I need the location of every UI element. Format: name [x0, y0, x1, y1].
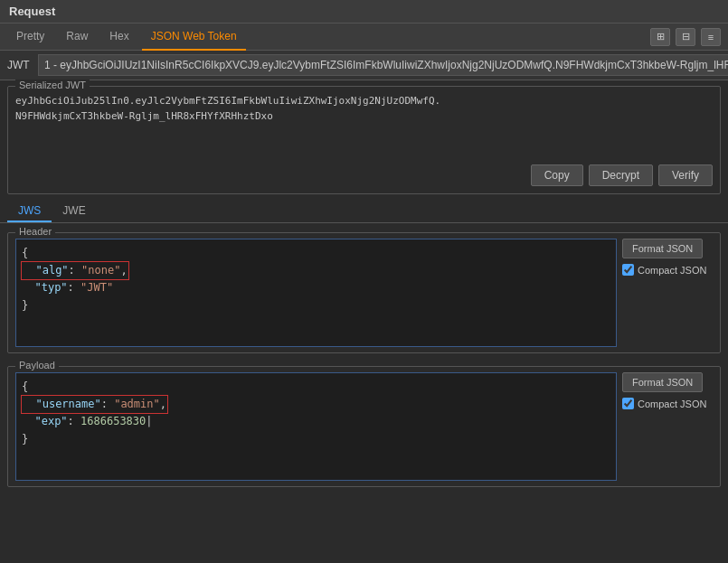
payload-exp-line: "exp": 1686653830: [22, 413, 610, 430]
text-icon-button[interactable]: ⊟: [676, 28, 695, 46]
header-highlighted-line: "alg": "none",: [22, 262, 610, 279]
header-line1: {: [22, 245, 610, 262]
tab-json-web-token[interactable]: JSON Web Token: [142, 23, 246, 51]
payload-json-wrapper: { "username": "admin", "exp": 1686653830…: [8, 367, 720, 486]
decrypt-button[interactable]: Decrypt: [589, 164, 653, 186]
payload-line1: {: [22, 379, 610, 396]
serialized-buttons: Copy Decrypt Verify: [8, 159, 720, 193]
payload-compact-label: Compact JSON: [638, 399, 706, 409]
tab-hex[interactable]: Hex: [100, 23, 137, 51]
title-bar: Request: [0, 0, 728, 23]
payload-compact-checkbox[interactable]: [622, 398, 634, 409]
payload-cursor: [146, 415, 152, 427]
payload-username-row: "username": "admin",: [22, 396, 167, 413]
header-alg-row: "alg": "none",: [22, 262, 128, 279]
payload-highlighted-line: "username": "admin",: [22, 396, 610, 413]
header-section: Header { "alg": "none", "typ": "JWT" } F…: [7, 232, 721, 353]
payload-side-btns: Format JSON Compact JSON: [622, 372, 713, 409]
payload-json-editor[interactable]: { "username": "admin", "exp": 1686653830…: [15, 372, 617, 481]
jwt-label: JWT: [7, 59, 33, 71]
serialized-jwt-section: Serialized JWT eyJhbGciOiJub25lIn0.eyJlc…: [7, 86, 721, 194]
header-close-brace: }: [22, 297, 610, 314]
menu-icon-button[interactable]: ≡: [701, 28, 721, 46]
header-json-wrapper: { "alg": "none", "typ": "JWT" } Format J…: [8, 233, 720, 352]
header-compact-label: Compact JSON: [638, 265, 706, 276]
header-json-editor[interactable]: { "alg": "none", "typ": "JWT" }: [15, 239, 617, 347]
copy-button[interactable]: Copy: [531, 164, 583, 186]
header-compact-row: Compact JSON: [622, 264, 706, 276]
grid-icon-button[interactable]: ⊞: [650, 28, 670, 46]
payload-section: Payload { "username": "admin", "exp": 16…: [7, 366, 721, 487]
tab-bar: Pretty Raw Hex JSON Web Token ⊞ ⊟ ≡: [0, 23, 728, 51]
payload-close-brace: }: [22, 431, 610, 448]
tab-bar-left: Pretty Raw Hex JSON Web Token: [7, 23, 246, 51]
jwt-row: JWT 1 - eyJhbGciOiJIUzI1NiIsInR5cCI6IkpX…: [0, 51, 728, 80]
main-panel: Request Pretty Raw Hex JSON Web Token ⊞ …: [0, 0, 728, 563]
payload-compact-row: Compact JSON: [622, 398, 706, 409]
serialized-text-line2: N9FHWdkjmCxT3hkbeW-Rgljm_lHR8xFHYfXRHhzt…: [15, 110, 273, 122]
sub-tab-bar: JWS JWE: [0, 200, 728, 223]
serialized-text-line1: eyJhbGciOiJub25lIn0.eyJlc2VybmFtZSI6ImFk…: [15, 95, 440, 107]
tab-pretty[interactable]: Pretty: [7, 23, 53, 51]
header-compact-checkbox[interactable]: [622, 264, 634, 276]
sub-tab-jws[interactable]: JWS: [7, 201, 52, 222]
header-section-label: Header: [15, 226, 55, 237]
header-format-json-button[interactable]: Format JSON: [622, 239, 703, 258]
header-typ-line: "typ": "JWT": [22, 279, 610, 296]
payload-section-label: Payload: [15, 360, 59, 371]
serialized-jwt-text: eyJhbGciOiJub25lIn0.eyJlc2VybmFtZSI6ImFk…: [15, 94, 713, 124]
payload-format-json-button[interactable]: Format JSON: [622, 372, 703, 392]
serialized-jwt-label: Serialized JWT: [15, 80, 90, 90]
jwt-select[interactable]: 1 - eyJhbGciOiJIUzI1NiIsInR5cCI6IkpXVCJ9…: [38, 54, 728, 76]
panel-title: Request: [9, 5, 55, 18]
header-side-btns: Format JSON Compact JSON: [622, 239, 713, 276]
tab-bar-right: ⊞ ⊟ ≡: [650, 28, 721, 46]
tab-raw[interactable]: Raw: [57, 23, 97, 51]
sub-tab-jwe[interactable]: JWE: [52, 201, 96, 222]
verify-button[interactable]: Verify: [658, 164, 713, 186]
serialized-jwt-content: eyJhbGciOiJub25lIn0.eyJlc2VybmFtZSI6ImFk…: [8, 87, 720, 159]
